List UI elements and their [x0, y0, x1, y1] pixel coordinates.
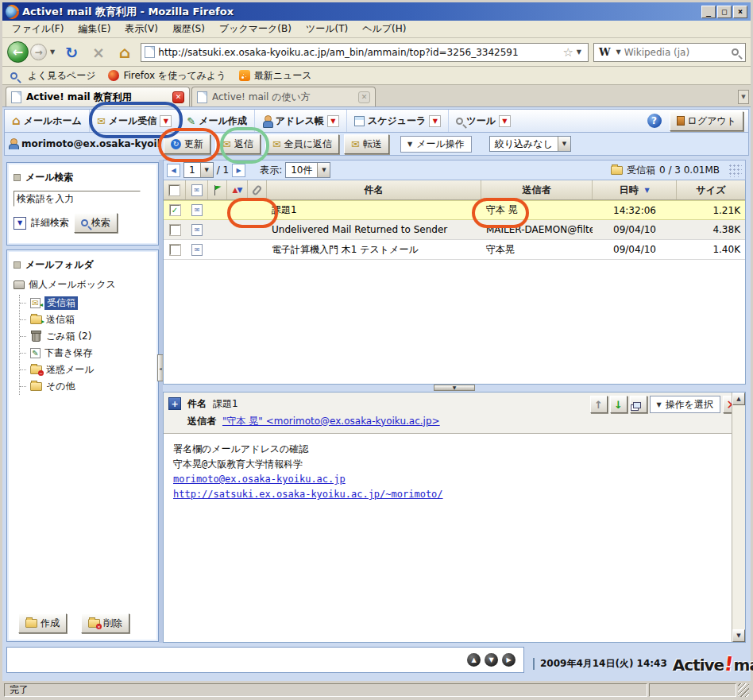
menu-bookmarks[interactable]: ブックマーク(B) [213, 21, 298, 37]
address-book-button[interactable]: アドレス帳▼ [255, 110, 347, 132]
folder-spam[interactable]: −迷惑メール [20, 362, 152, 378]
scheduler-menu-caret-icon[interactable]: ▼ [429, 115, 441, 127]
menu-view[interactable]: 表示(V) [118, 21, 164, 37]
menu-tools[interactable]: ツール(T) [299, 21, 354, 37]
url-bar[interactable]: ☆ ▼ [141, 43, 589, 62]
search-engine-icon[interactable]: W [594, 46, 613, 58]
tab-close-icon[interactable]: ✕ [172, 91, 184, 103]
menu-edit[interactable]: 編集(E) [71, 21, 117, 37]
reload-button[interactable]: ↻ [58, 44, 85, 61]
expand-headers-icon[interactable]: + [168, 397, 181, 410]
bookmark-latest-news[interactable]: 最新ニュース [239, 69, 312, 83]
mail-subject[interactable]: 電子計算機入門 木1 テストメール [267, 240, 481, 259]
tools-menu-caret-icon[interactable]: ▼ [499, 115, 511, 127]
personal-mailbox-root[interactable]: 個人メールボックス [14, 278, 152, 292]
forward-button-mail[interactable]: ✉転送 [344, 134, 389, 154]
search-go-icon[interactable] [732, 48, 739, 56]
page-size-select[interactable]: 10件▼ [285, 162, 330, 178]
filter-select[interactable]: 絞り込みなし▼ [489, 136, 571, 152]
mail-receive-button[interactable]: ✉メール受信▼ [90, 110, 180, 132]
prev-mail-button[interactable]: ↑ [590, 396, 608, 413]
menu-history[interactable]: 履歴(S) [166, 21, 211, 37]
bookmark-most-visited[interactable]: よく見るページ [9, 69, 95, 83]
receive-menu-caret-icon[interactable]: ▼ [160, 115, 172, 127]
tab-usage-guide[interactable]: Active! mail の使い方 ✕ [191, 87, 376, 106]
scroll-up-icon[interactable]: ▲ [732, 393, 745, 405]
page-select[interactable]: 1▼ [183, 162, 214, 178]
forward-button[interactable]: → [30, 44, 47, 60]
web-search-input[interactable] [624, 47, 730, 58]
tab-active-mail[interactable]: Active! mail 教育利用 ✕ [6, 87, 190, 106]
mail-row-1[interactable]: ✓ ✉ 課題1 守本 晃 14:32:06 1.21K [164, 200, 745, 220]
folder-trash[interactable]: ごみ箱 (2) [20, 328, 152, 345]
mail-row-3[interactable]: ✉ 電子計算機入門 木1 テストメール 守本晃 09/04/10 1.40K [164, 240, 745, 260]
subject-column-header[interactable]: 件名 [267, 180, 481, 199]
maximize-button[interactable]: □ [717, 6, 732, 18]
layout-grip-icon[interactable] [728, 163, 742, 177]
logout-button[interactable]: ログアウト [670, 111, 743, 131]
body-email-link[interactable]: morimoto@ex.osaka-kyoiku.ac.jp [173, 472, 736, 487]
search-term-input[interactable] [14, 191, 141, 207]
filter-caret-icon[interactable]: ▼ [558, 137, 570, 151]
page-caret-icon[interactable]: ▼ [200, 163, 213, 177]
advanced-search-label[interactable]: 詳細検索 [31, 216, 69, 230]
search-button[interactable]: 検索 [74, 213, 118, 233]
stop-button[interactable]: × [85, 44, 112, 61]
menu-help[interactable]: ヘルプ(H) [356, 21, 412, 37]
mail-row-2[interactable]: ✉ Undelivered Mail Returned to Sender MA… [164, 220, 745, 240]
next-mail-button[interactable]: ↓ [610, 396, 628, 413]
date-column-header[interactable]: 日時▼ [593, 180, 677, 199]
footer-next-button[interactable]: ▶ [502, 653, 516, 667]
scheduler-button[interactable]: スケジューラ▼ [347, 110, 449, 132]
delete-folder-button[interactable]: ×削除 [81, 613, 129, 633]
refresh-button[interactable]: ↻更新 [164, 134, 210, 154]
folder-inbox[interactable]: ✉◂受信箱 [20, 295, 152, 311]
flag-column-icon[interactable] [208, 180, 227, 199]
page-size-caret-icon[interactable]: ▼ [317, 163, 330, 177]
help-button[interactable]: ? [647, 114, 662, 128]
sender-address-link[interactable]: "守本 晃" <morimoto@ex.osaka-kyoiku.ac.jp> [222, 415, 440, 428]
priority-column-icon[interactable]: ▲▼ [227, 180, 248, 199]
search-engine-dropdown-icon[interactable]: ▼ [613, 48, 624, 56]
folder-other[interactable]: その他 [20, 378, 152, 395]
tab-list-dropdown-icon[interactable]: ▼ [738, 90, 749, 104]
footer-up-button[interactable]: ▲ [467, 653, 481, 667]
folder-drafts[interactable]: ✎下書き保存 [20, 345, 152, 362]
create-folder-button[interactable]: 作成 [18, 613, 67, 633]
select-all-checkbox[interactable] [164, 180, 186, 199]
url-dropdown-icon[interactable]: ▼ [573, 48, 585, 56]
back-button[interactable]: ← [7, 41, 29, 63]
minimize-button[interactable]: _ [701, 6, 716, 18]
select-action-dropdown[interactable]: ▼操作を選択 [650, 396, 720, 413]
body-url-link[interactable]: http://satsuki.ex.osaka-kyoiku.ac.jp/~mo… [173, 487, 736, 502]
prev-page-button[interactable]: ◀ [167, 164, 180, 177]
home-button[interactable]: ⌂ [112, 43, 137, 62]
open-new-window-button[interactable] [630, 396, 647, 413]
bookmark-getting-started[interactable]: Firefox を使ってみよう [108, 69, 226, 83]
reply-button[interactable]: ✉返信 [215, 134, 261, 154]
preview-scrollbar[interactable]: ▲ ▼ [732, 393, 745, 642]
mail-home-button[interactable]: ⌂メールホーム [5, 110, 90, 132]
footer-down-button[interactable]: ▼ [485, 653, 498, 667]
preview-collapse-handle[interactable]: ▼ [434, 385, 475, 391]
search-bar[interactable]: W ▼ [593, 43, 746, 62]
next-page-button[interactable]: ▶ [232, 164, 245, 177]
bookmark-star-icon[interactable]: ☆ [562, 45, 573, 60]
preview-splitter[interactable]: ▼ [163, 385, 746, 392]
size-column-header[interactable]: サイズ [677, 180, 745, 199]
advanced-search-caret-icon[interactable]: ▼ [14, 217, 26, 230]
history-dropdown-icon[interactable]: ▼ [47, 48, 58, 56]
tools-button[interactable]: ツール▼ [449, 110, 518, 132]
url-input[interactable] [155, 47, 562, 58]
row-checkbox[interactable] [170, 245, 180, 255]
scroll-down-icon[interactable]: ▼ [732, 629, 745, 642]
sender-column-header[interactable]: 送信者 [481, 180, 593, 199]
reply-all-button[interactable]: ✉全員に返信 [265, 134, 339, 154]
row-checkbox-checked[interactable]: ✓ [170, 205, 180, 215]
attachment-column-icon[interactable] [248, 180, 267, 199]
close-button[interactable]: × [733, 6, 747, 18]
menu-file[interactable]: ファイル(F) [6, 21, 70, 37]
mail-operations-dropdown[interactable]: ▼メール操作 [400, 136, 472, 153]
folder-outbox[interactable]: ▸送信箱 [20, 311, 152, 328]
tab-close-icon[interactable]: ✕ [358, 91, 370, 103]
